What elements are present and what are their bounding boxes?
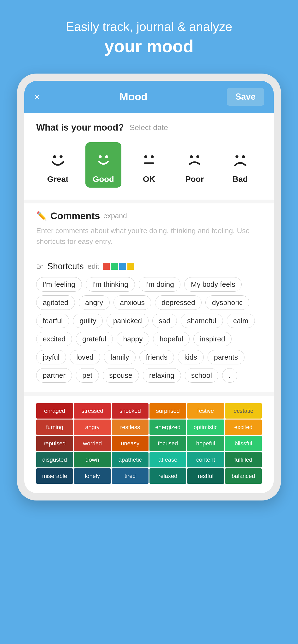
mood-cell-angry[interactable]: angry [74, 420, 111, 435]
color-square-red [103, 263, 110, 270]
mood-poor[interactable]: Poor [177, 142, 213, 188]
tag-item[interactable]: My body feels [184, 277, 242, 292]
section-divider-1 [24, 200, 274, 204]
mood-good[interactable]: Good [85, 142, 121, 188]
tag-item[interactable]: pet [76, 368, 99, 382]
tag-item[interactable]: anxious [113, 296, 151, 310]
hero-section: Easily track, journal & analyze your moo… [0, 0, 298, 69]
svg-point-0 [53, 155, 56, 158]
tag-item[interactable]: joyful [36, 350, 66, 364]
good-face-icon [90, 146, 117, 172]
tag-item[interactable]: school [185, 368, 219, 382]
svg-point-1 [60, 155, 63, 158]
tag-item[interactable]: agitated [36, 296, 75, 310]
tag-item[interactable]: partner [36, 368, 72, 382]
expand-link[interactable]: expand [103, 212, 127, 220]
header-title: Mood [119, 91, 147, 103]
tag-item[interactable]: . [222, 368, 237, 382]
mood-cell-apathetic[interactable]: apathetic [112, 452, 148, 468]
mood-cell-relaxed[interactable]: relaxed [150, 468, 186, 484]
tag-item[interactable]: loved [70, 350, 100, 364]
mood-great[interactable]: Great [40, 142, 76, 188]
mood-grid: enragedstressedshockedsurprisedfestiveec… [36, 403, 262, 484]
color-squares [103, 263, 134, 270]
mood-cell-tired[interactable]: tired [112, 468, 148, 484]
tag-item[interactable]: I'm feeling [36, 277, 82, 292]
svg-point-9 [235, 155, 238, 158]
mood-bad[interactable]: Bad [222, 142, 258, 188]
bad-face-icon [227, 146, 253, 172]
mood-cell-stressed[interactable]: stressed [74, 403, 111, 418]
tag-item[interactable]: kids [178, 350, 203, 364]
mood-cell-festive[interactable]: festive [187, 403, 224, 418]
mood-cell-content[interactable]: content [187, 452, 224, 468]
tag-item[interactable]: spouse [103, 368, 139, 382]
mood-cell-ecstatic[interactable]: ecstatic [225, 403, 262, 418]
mood-cell-optimistic[interactable]: optimistic [187, 420, 224, 435]
tag-item[interactable]: friends [139, 350, 174, 364]
mood-cell-at-ease[interactable]: at ease [150, 452, 186, 468]
tag-item[interactable]: inspired [193, 332, 232, 346]
tag-item[interactable]: I'm thinking [86, 277, 135, 292]
shortcuts-title: Shortcuts [47, 262, 84, 272]
mood-cell-disgusted[interactable]: disgusted [36, 452, 73, 468]
svg-point-8 [196, 155, 199, 158]
mood-cell-restful[interactable]: restful [187, 468, 224, 484]
mood-ok[interactable]: OK [131, 142, 167, 188]
tag-item[interactable]: hopeful [153, 332, 190, 346]
comments-placeholder[interactable]: Enter comments about what you're doing, … [36, 225, 262, 254]
color-square-green [111, 263, 118, 270]
tag-item[interactable]: panicked [106, 314, 148, 328]
tag-item[interactable]: grateful [76, 332, 113, 346]
tag-item[interactable]: calm [227, 314, 255, 328]
mood-cell-fuming[interactable]: fuming [36, 420, 73, 435]
save-button[interactable]: Save [227, 88, 264, 106]
tag-item[interactable]: I'm doing [139, 277, 181, 292]
comments-header: ✏️ Comments expand [36, 210, 262, 222]
mood-cell-miserable[interactable]: miserable [36, 468, 73, 484]
mood-great-label: Great [47, 174, 69, 184]
tag-item[interactable]: fearful [36, 314, 69, 328]
svg-point-3 [105, 155, 108, 158]
tag-item[interactable]: shameful [181, 314, 223, 328]
shortcuts-edit-link[interactable]: edit [88, 262, 99, 270]
mood-cell-repulsed[interactable]: repulsed [36, 436, 73, 451]
ok-face-icon [136, 146, 162, 172]
comments-section: ✏️ Comments expand Enter comments about … [24, 204, 274, 390]
mood-cell-lonely[interactable]: lonely [74, 468, 111, 484]
close-button[interactable]: × [34, 91, 40, 102]
shortcuts-header: ☞ Shortcuts edit [36, 262, 262, 272]
tag-item[interactable]: happy [117, 332, 149, 346]
mood-cell-worried[interactable]: worried [74, 436, 111, 451]
hero-subtitle: Easily track, journal & analyze [14, 19, 284, 34]
poor-face-icon [181, 146, 208, 172]
mood-cell-down[interactable]: down [74, 452, 111, 468]
tag-item[interactable]: family [104, 350, 135, 364]
phone-inner: × Mood Save What is your mood? Select da… [24, 81, 274, 493]
mood-cell-restless[interactable]: restless [112, 420, 148, 435]
mood-cell-energized[interactable]: energized [150, 420, 186, 435]
tag-item[interactable]: dysphoric [205, 296, 249, 310]
tag-item[interactable]: sad [152, 314, 177, 328]
mood-cell-shocked[interactable]: shocked [112, 403, 148, 418]
mood-good-label: Good [93, 174, 114, 184]
mood-cell-focused[interactable]: focused [150, 436, 186, 451]
tag-item[interactable]: excited [36, 332, 72, 346]
tag-item[interactable]: angry [79, 296, 110, 310]
tag-item[interactable]: depressed [155, 296, 202, 310]
mood-cell-surprised[interactable]: surprised [150, 403, 186, 418]
select-date-link[interactable]: Select date [129, 123, 168, 132]
mood-poor-label: Poor [185, 174, 204, 184]
tag-item[interactable]: relaxing [143, 368, 181, 382]
mood-cell-fulfilled[interactable]: fulfilled [225, 452, 262, 468]
tag-item[interactable]: guilty [73, 314, 103, 328]
mood-cell-blissful[interactable]: blissful [225, 436, 262, 451]
mood-cell-uneasy[interactable]: uneasy [112, 436, 148, 451]
svg-point-7 [190, 155, 193, 158]
mood-cell-enraged[interactable]: enraged [36, 403, 73, 418]
tag-item[interactable]: parents [208, 350, 244, 364]
mood-cell-balanced[interactable]: balanced [225, 468, 262, 484]
mood-cell-hopeful[interactable]: hopeful [187, 436, 224, 451]
mood-cell-excited[interactable]: excited [225, 420, 262, 435]
svg-point-4 [144, 155, 147, 158]
